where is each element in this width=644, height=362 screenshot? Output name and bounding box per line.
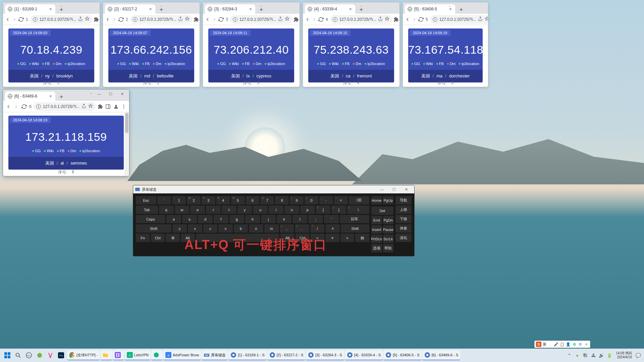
browser-tab[interactable]: [1] - 63169-1 × [5, 4, 55, 14]
key-Del[interactable]: Del [371, 206, 393, 215]
key-s[interactable]: s [182, 215, 197, 223]
key-Ctrl[interactable]: Ctrl [296, 234, 310, 242]
address-bar[interactable]: i 127.0.0.1:20725/?i... [230, 15, 292, 24]
tray-notifications-icon[interactable]: 💬 [635, 352, 641, 358]
key-x[interactable]: x [188, 224, 202, 233]
bookmark-icon[interactable] [285, 16, 289, 22]
extensions-button[interactable] [194, 15, 199, 24]
key-][interactable]: ]} [331, 205, 346, 214]
reload-button[interactable] [118, 15, 124, 24]
key-n[interactable]: n [249, 224, 263, 233]
forward-button[interactable] [412, 15, 417, 24]
link-wiki[interactable]: Wiki [329, 62, 339, 66]
link-dm[interactable]: Dm [68, 149, 76, 153]
key-/[interactable]: /? [310, 224, 325, 233]
taskbar-app-4[interactable] [151, 350, 163, 360]
key-`[interactable]: ` [157, 196, 171, 204]
taskbar-app-0[interactable]: [全球HTTP] - [67, 350, 100, 360]
link-gg[interactable]: GG [32, 149, 41, 153]
tab-close-icon[interactable]: × [249, 6, 253, 12]
taskbar-app-8[interactable]: [2] - 63227-2 - S [267, 350, 306, 360]
link-dm[interactable]: Dm [447, 62, 455, 66]
share-icon[interactable] [82, 104, 86, 109]
key-3[interactable]: 3# [202, 196, 215, 204]
back-button[interactable] [5, 102, 11, 111]
site-info-icon[interactable]: i [233, 17, 237, 22]
key-▤[interactable]: ▤ [355, 234, 369, 242]
bookmark-icon[interactable] [485, 16, 488, 22]
address-bar[interactable]: i 127.0.0.1:20725/?i... [30, 15, 92, 24]
menu-button[interactable] [121, 102, 127, 111]
maximize-button[interactable]: ☐ [105, 90, 116, 98]
window-dropdown-icon[interactable]: ⌄ [448, 4, 451, 7]
reload-button[interactable] [418, 15, 424, 24]
start-button[interactable] [3, 351, 12, 360]
tray-ime-icon[interactable]: 䡇 [582, 352, 588, 358]
window-dropdown-icon[interactable]: ⌄ [360, 4, 363, 7]
taskbar-app-6[interactable]: 屏幕键盘 [202, 350, 228, 360]
key-8[interactable]: 8* [275, 196, 289, 204]
key-下移[interactable]: 下移 [395, 215, 412, 223]
key-选项[interactable]: 选项 [371, 244, 382, 252]
link-wiki[interactable]: Wiki [229, 62, 239, 66]
key-y[interactable]: y [237, 205, 252, 214]
link-fb[interactable]: FB [42, 62, 50, 66]
browser-tab[interactable]: [4] - 63339-4 × [305, 4, 355, 14]
key-PrtScn[interactable]: PrtScn [371, 235, 382, 243]
key-帮助[interactable]: 帮助 [383, 244, 394, 252]
ime-punct-icon[interactable]: , [548, 342, 552, 347]
taskbar-app-11[interactable]: [5] - 63406-5 - S [383, 350, 422, 360]
key-f[interactable]: f [214, 215, 228, 223]
key-o[interactable]: o [284, 205, 299, 214]
link-gg[interactable]: GG [117, 62, 126, 66]
site-info-icon[interactable]: i [36, 104, 41, 109]
key-p[interactable]: p [300, 205, 315, 214]
key-,[interactable]: ,< [280, 224, 294, 233]
site-info-icon[interactable]: i [133, 17, 138, 22]
forward-button[interactable] [212, 15, 217, 24]
bookmark-icon[interactable] [85, 16, 90, 22]
link-fb[interactable]: FB [436, 62, 444, 66]
key-2[interactable]: 2@ [187, 196, 201, 204]
link-ip2location[interactable]: ip2location [79, 149, 100, 153]
window-dropdown-icon[interactable]: ⌄ [260, 4, 263, 7]
link-wiki[interactable]: Wiki [129, 62, 139, 66]
link-ip2location[interactable]: ip2location [459, 62, 479, 66]
link-ip2location[interactable]: ip2location [65, 62, 85, 66]
extensions-button[interactable] [94, 15, 99, 24]
ime-skin-icon[interactable]: ✿ [572, 342, 577, 347]
link-wiki[interactable]: Wiki [423, 62, 433, 66]
tray-battery-icon[interactable]: 🔋 [606, 352, 612, 358]
key-q[interactable]: q [159, 205, 174, 214]
taskbar-app-12[interactable]: [6] - 63489-6 - S [422, 350, 461, 360]
taskbar-app-3[interactable]: VLetsVPN [125, 350, 151, 360]
scroll-thumb[interactable] [125, 113, 128, 133]
back-button[interactable] [105, 15, 110, 24]
key-End[interactable]: End [371, 216, 382, 224]
back-button[interactable] [405, 15, 410, 24]
new-tab-button[interactable]: + [57, 93, 65, 101]
key->[interactable]: > [340, 234, 355, 242]
key-k[interactable]: k [277, 215, 291, 223]
site-info-icon[interactable]: i [433, 17, 437, 22]
tray-volume-icon[interactable]: 🔊 [598, 352, 604, 358]
new-tab-button[interactable]: + [457, 6, 465, 14]
key-space[interactable] [196, 234, 280, 242]
key-6[interactable]: 6^ [246, 196, 260, 204]
key-回车[interactable]: 回车 [340, 215, 369, 223]
ime-mode-label[interactable]: 英 [543, 342, 546, 347]
key-c[interactable]: c [203, 224, 218, 233]
address-bar[interactable]: i 127.0.0.1:20725/?i... [34, 102, 96, 111]
link-gg[interactable]: GG [217, 62, 226, 66]
reload-button[interactable] [318, 15, 324, 24]
link-wiki[interactable]: Wiki [29, 62, 39, 66]
address-bar[interactable]: i 127.0.0.1:20725/?i... [330, 15, 392, 24]
extensions-button[interactable] [293, 15, 299, 24]
forward-button[interactable] [312, 15, 317, 24]
reload-button[interactable] [18, 15, 24, 24]
window-dropdown-icon[interactable]: ⌄ [90, 91, 92, 95]
window-dropdown-icon[interactable]: ⌄ [160, 4, 163, 7]
link-ip2location[interactable]: ip2location [365, 62, 385, 66]
key-Esc[interactable]: Esc [136, 196, 156, 204]
key-=[interactable]: =+ [334, 196, 348, 204]
